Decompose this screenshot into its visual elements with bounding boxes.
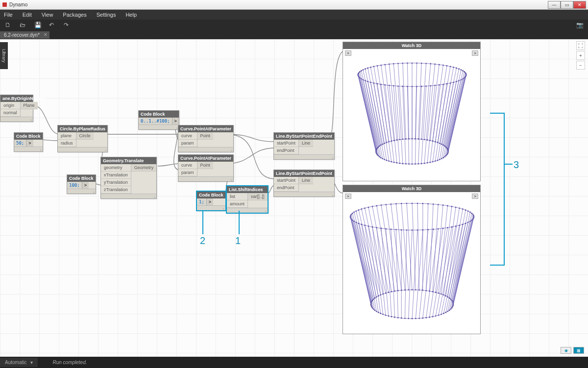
annotation-2: 2 xyxy=(200,235,205,246)
chevron-left-icon[interactable]: > xyxy=(345,194,351,199)
port-plane-out[interactable]: Plane xyxy=(21,102,38,109)
open-file-icon[interactable]: 🗁 xyxy=(20,22,26,28)
node-list-shift-indices[interactable]: List.ShiftIndices list amount var[]..[] xyxy=(226,185,269,214)
bracket-bottom xyxy=(490,263,505,266)
node-codeblock-100[interactable]: Code Block 100; > xyxy=(67,174,96,194)
view-3d-icon[interactable]: ◉ xyxy=(561,347,571,354)
port-line-out[interactable]: Line xyxy=(299,177,313,184)
port-origin[interactable]: origin xyxy=(0,102,20,109)
node-plane-by-origin-normal[interactable]: ane.ByOriginNormal origin normal Plane xyxy=(0,95,33,122)
code-text[interactable]: 100; xyxy=(67,182,82,189)
port-geometry-out[interactable]: Geometry xyxy=(131,164,157,172)
node-watch3d-2[interactable]: Watch 3D > > xyxy=(343,185,481,334)
svg-line-332 xyxy=(351,215,372,301)
port-point-out[interactable]: Point xyxy=(197,132,214,140)
maximize-button[interactable]: ▭ xyxy=(561,1,573,9)
redo-icon[interactable]: ↷ xyxy=(64,22,71,28)
node-footer xyxy=(58,147,107,152)
port-ytrans[interactable]: yTranslation xyxy=(101,179,131,186)
code-out[interactable]: > xyxy=(172,118,179,124)
graph-canvas[interactable]: Library ⛶ + − xyxy=(0,39,588,357)
fit-view-icon[interactable]: ⛶ xyxy=(576,41,585,50)
svg-line-180 xyxy=(430,65,439,141)
node-codeblock-1[interactable]: Code Block 1; > xyxy=(196,191,226,211)
code-out[interactable]: > xyxy=(206,198,213,205)
save-icon[interactable]: 💾 xyxy=(34,22,41,28)
code-out[interactable]: > xyxy=(26,140,33,147)
svg-line-69 xyxy=(389,85,397,163)
menu-settings[interactable]: Settings xyxy=(97,12,116,18)
node-header: Code Block xyxy=(14,133,43,140)
zoom-in-icon[interactable]: + xyxy=(576,51,585,60)
port-normal[interactable]: normal xyxy=(0,109,20,117)
port-plane[interactable]: plane xyxy=(58,132,76,140)
document-tab[interactable]: 6.2-recover.dyn* ✕ xyxy=(0,31,49,39)
code-text[interactable]: 0..1..#100; xyxy=(139,118,172,124)
undo-icon[interactable]: ↶ xyxy=(49,22,56,28)
node-geometry-translate[interactable]: Geometry.Translate geometry xTranslation… xyxy=(100,157,157,199)
port-amount[interactable]: amount xyxy=(227,200,247,208)
chevron-right-icon[interactable]: > xyxy=(472,50,478,56)
menu-edit[interactable]: Edit xyxy=(23,12,32,18)
port-list[interactable]: list xyxy=(227,193,247,200)
wires-layer xyxy=(0,39,588,357)
node-footer xyxy=(101,194,156,198)
chevron-down-icon: ▾ xyxy=(30,360,33,365)
view-graph-icon[interactable]: ▦ xyxy=(573,347,584,354)
port-curve[interactable]: curve xyxy=(178,132,197,140)
status-bar: Automatic ▾ Run completed. xyxy=(0,357,588,368)
watch3d-viewport[interactable]: > > xyxy=(343,49,480,180)
tab-close-icon[interactable]: ✕ xyxy=(44,32,48,37)
node-codeblock-range[interactable]: Code Block 0..1..#100; > xyxy=(138,110,179,130)
chevron-right-icon[interactable]: > xyxy=(472,194,478,199)
svg-line-284 xyxy=(391,229,395,317)
node-curve-point-at-parameter-1[interactable]: Curve.PointAtParameter curve param Point xyxy=(178,125,234,152)
port-point-out[interactable]: Point xyxy=(197,162,214,169)
run-mode-selector[interactable]: Automatic ▾ xyxy=(0,358,38,367)
port-circle-out[interactable]: Circle xyxy=(76,132,94,140)
annotation-lines xyxy=(0,39,588,357)
node-footer xyxy=(67,189,96,194)
new-file-icon[interactable]: 🗋 xyxy=(5,22,12,28)
svg-line-135 xyxy=(374,67,387,143)
port-ztrans[interactable]: zTranslation xyxy=(101,186,131,194)
port-param[interactable]: param xyxy=(178,140,197,147)
node-codeblock-50[interactable]: Code Block 50; > xyxy=(14,132,43,152)
node-circle-by-plane-radius[interactable]: Circle.ByPlaneRadius plane radius Circle xyxy=(57,125,108,152)
port-geometry[interactable]: geometry xyxy=(101,164,131,172)
svg-line-201 xyxy=(445,70,461,146)
camera-icon[interactable]: 📷 xyxy=(576,22,583,28)
port-start[interactable]: startPoint xyxy=(274,177,298,184)
port-xtrans[interactable]: xTranslation xyxy=(101,172,131,179)
svg-line-407 xyxy=(443,207,456,295)
node-line-by-start-end-1[interactable]: Line.ByStartPointEndPoint startPoint end… xyxy=(273,132,335,160)
chevron-left-icon[interactable]: > xyxy=(345,50,351,56)
code-text[interactable]: 50; xyxy=(14,140,26,147)
node-line-by-start-end-2[interactable]: Line.ByStartPointEndPoint startPoint end… xyxy=(273,170,335,197)
port-curve[interactable]: curve xyxy=(178,162,197,169)
menu-view[interactable]: View xyxy=(42,12,53,18)
node-header: ane.ByOriginNormal xyxy=(0,95,33,102)
port-start[interactable]: startPoint xyxy=(274,140,298,147)
title-bar: Dynamo — ▭ ✕ xyxy=(0,0,588,10)
close-button[interactable]: ✕ xyxy=(573,1,586,9)
menu-help[interactable]: Help xyxy=(125,12,137,18)
menu-packages[interactable]: Packages xyxy=(63,12,86,18)
minimize-button[interactable]: — xyxy=(548,1,561,9)
zoom-out-icon[interactable]: − xyxy=(576,61,585,70)
menu-file[interactable]: File xyxy=(4,12,13,18)
port-end[interactable]: endPoint xyxy=(274,147,298,154)
node-header: Code Block xyxy=(139,111,179,118)
node-curve-point-at-parameter-2[interactable]: Curve.PointAtParameter curve param Point xyxy=(178,154,234,182)
library-tab[interactable]: Library xyxy=(0,42,8,69)
node-header: Code Block xyxy=(197,192,225,198)
code-text[interactable]: 1; xyxy=(197,198,206,205)
port-radius[interactable]: radius xyxy=(58,140,76,147)
node-watch3d-1[interactable]: Watch 3D > > xyxy=(343,42,481,181)
port-end[interactable]: endPoint xyxy=(274,184,298,192)
code-out[interactable]: > xyxy=(82,182,89,189)
port-param[interactable]: param xyxy=(178,169,197,176)
port-var-out[interactable]: var[]..[] xyxy=(248,193,268,200)
watch3d-viewport[interactable]: > > xyxy=(343,192,480,333)
port-line-out[interactable]: Line xyxy=(299,140,313,147)
